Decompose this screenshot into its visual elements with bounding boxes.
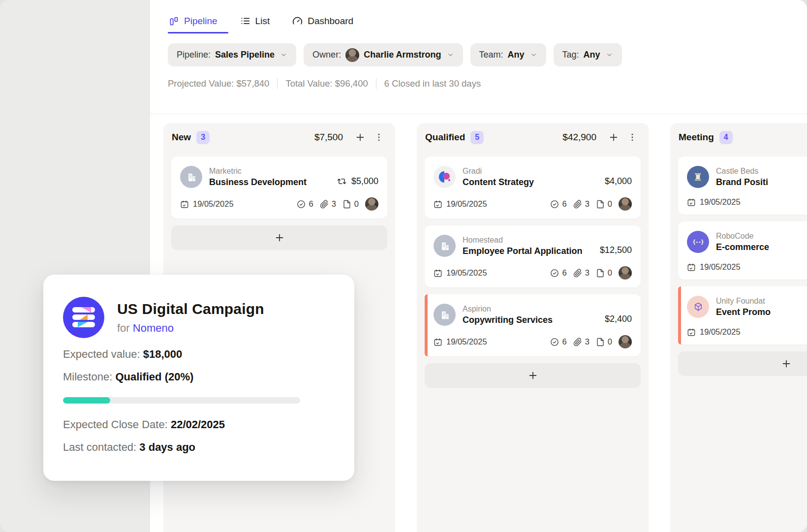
card-date: 19/05/2025: [700, 327, 741, 337]
expected-value: $18,000: [143, 348, 183, 360]
column-qualified: Qualified 5 $42,900 Gradi Content Strate…: [417, 123, 649, 532]
filter-owner[interactable]: Owner: Charlie Armstrong: [304, 43, 463, 66]
paperclip-icon: [573, 269, 582, 278]
tab-list-label: List: [255, 16, 270, 27]
column-name: Meeting: [679, 132, 714, 143]
column-name: New: [172, 132, 191, 143]
company-logo-castle-icon: ♜: [687, 166, 709, 188]
filter-pipeline-value: Sales Pipeline: [215, 50, 275, 60]
kanban-icon: [169, 16, 179, 26]
add-deal-button[interactable]: [607, 131, 620, 144]
nomeno-logo-icon: [63, 297, 104, 338]
card-tasks-count: 6: [309, 199, 313, 209]
kebab-menu-icon[interactable]: [626, 131, 639, 144]
view-tabbar: Pipeline List Dashboard: [150, 0, 807, 33]
deal-card-gradi[interactable]: Gradi Content Strategy $4,000 19/05/2025…: [425, 156, 641, 219]
stat-closed-count: 6 Closed in last 30 days: [384, 78, 481, 89]
card-company: RoboCode: [716, 232, 754, 240]
filter-team[interactable]: Team: Any: [470, 43, 546, 66]
stat-projected-value: Projected Value: $57,840: [168, 78, 269, 89]
tab-dashboard[interactable]: Dashboard: [292, 9, 353, 33]
filter-owner-value: Charlie Armstrong: [364, 50, 441, 60]
calendar-icon: [687, 198, 696, 207]
add-card-button[interactable]: [171, 225, 387, 250]
card-company: Marketric: [209, 167, 242, 175]
active-tab-underline: [168, 32, 228, 33]
file-icon: [596, 269, 605, 278]
check-circle-icon: [297, 200, 306, 209]
card-title: Event Promo: [716, 307, 807, 317]
tab-pipeline[interactable]: Pipeline: [169, 9, 217, 33]
card-notes-count: 0: [608, 199, 612, 209]
check-circle-icon: [550, 338, 559, 346]
gauge-icon: [292, 16, 303, 26]
calendar-icon: [687, 328, 696, 337]
column-meeting: Meeting 4 ♜ Castle Beds Brand Positi 19/: [670, 123, 807, 532]
expected-value-label: Expected value:: [63, 348, 140, 360]
milestone-value: Qualified (20%): [115, 371, 193, 383]
add-card-button[interactable]: [425, 363, 641, 388]
company-logo-gradi-icon: [434, 166, 456, 188]
card-date: 19/05/2025: [446, 199, 487, 209]
card-company: Unity Foundat: [716, 297, 765, 305]
card-title: Brand Positi: [716, 177, 807, 188]
add-deal-button[interactable]: [354, 131, 367, 144]
divider: [376, 78, 376, 89]
column-name: Qualified: [425, 132, 465, 143]
add-card-button[interactable]: [678, 351, 807, 376]
calendar-icon: [434, 269, 442, 278]
filter-tag[interactable]: Tag: Any: [554, 43, 622, 66]
card-date: 19/05/2025: [700, 197, 741, 207]
card-notes-count: 0: [608, 268, 612, 278]
card-tasks-count: 6: [562, 337, 566, 346]
column-meeting-header: Meeting 4: [670, 123, 807, 152]
assignee-avatar: [619, 335, 632, 348]
deal-detail-card[interactable]: US Digital Campaign for Nomeno Expected …: [43, 275, 354, 481]
close-date-value: 22/02/2025: [171, 418, 225, 431]
expected-value-row: Expected value: $18,000: [63, 348, 335, 361]
card-attachments-count: 3: [585, 199, 590, 209]
column-new-header: New 3 $7,500: [163, 123, 395, 152]
card-tasks-count: 6: [562, 199, 566, 209]
check-circle-icon: [550, 269, 559, 278]
card-company: Castle Beds: [716, 167, 758, 175]
card-date: 19/05/2025: [446, 337, 487, 346]
column-total: $7,500: [314, 132, 343, 143]
filter-pipeline[interactable]: Pipeline: Sales Pipeline: [168, 43, 296, 66]
deal-card-unity[interactable]: Unity Foundat Event Promo 19/05/2025: [678, 286, 807, 344]
kebab-menu-icon[interactable]: [372, 131, 385, 144]
deal-card-marketric[interactable]: Marketric Business Development $5,000 19…: [171, 156, 387, 219]
filter-pipeline-label: Pipeline:: [177, 50, 211, 60]
column-count-badge: 3: [196, 131, 210, 144]
company-logo-buildings-icon: [434, 235, 456, 257]
for-label: for: [117, 322, 130, 334]
deal-card-homestead[interactable]: Homestead Employee Portal Application $1…: [425, 225, 641, 287]
card-title: Business Development: [209, 177, 330, 188]
card-value: $12,500: [600, 245, 632, 255]
card-title: Employee Portal Application: [463, 246, 593, 256]
filter-team-label: Team:: [479, 50, 503, 60]
tab-list[interactable]: List: [240, 9, 270, 33]
chevron-down-icon: [280, 51, 287, 59]
card-date: 19/05/2025: [446, 268, 487, 278]
deal-card-aspirion[interactable]: Aspirion Copywriting Services $2,400 19/…: [425, 294, 641, 356]
column-count-badge: 4: [719, 131, 733, 144]
app-screen: Pipeline List Dashboard: [0, 0, 807, 532]
last-contacted-value: 3 days ago: [139, 441, 195, 453]
client-link[interactable]: Nomeno: [133, 322, 174, 334]
close-date-label: Expected Close Date:: [63, 418, 168, 431]
deal-card-robocode[interactable]: {--} RoboCode E-commerce 19/05/2025: [678, 221, 807, 280]
calendar-icon: [434, 338, 442, 346]
card-title: Content Strategy: [463, 177, 598, 188]
last-contacted-row: Last contacted: 3 days ago: [63, 441, 335, 454]
milestone-label: Milestone:: [63, 371, 112, 383]
plus-icon: [781, 358, 792, 369]
card-title: E-commerce: [716, 242, 807, 252]
tab-dashboard-label: Dashboard: [308, 16, 353, 27]
company-logo-buildings-icon: [434, 304, 456, 326]
deal-card-castle-beds[interactable]: ♜ Castle Beds Brand Positi 19/05/2025: [678, 156, 807, 215]
card-value: $2,400: [605, 314, 632, 324]
pipeline-stats: Projected Value: $57,840 Total Value: $9…: [150, 66, 807, 89]
assignee-avatar: [365, 197, 378, 211]
paperclip-icon: [320, 200, 329, 209]
